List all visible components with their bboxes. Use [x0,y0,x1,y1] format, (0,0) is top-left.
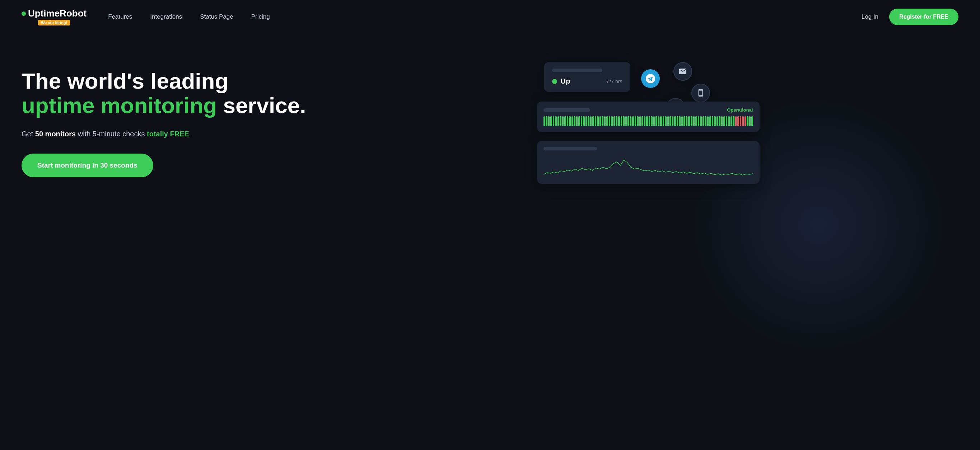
hero-headline: The world's leading uptime monitoring se… [22,69,537,118]
subtext-middle: with 5-minute checks [76,130,147,138]
uptime-bar-tick [623,116,625,126]
uptime-bar-tick [635,116,636,126]
hero-visuals: Up 527 hrs Operational [537,55,959,191]
uptime-bar-tick [700,116,702,126]
uptime-bar-tick [686,116,688,126]
uptime-bar-tick [698,116,700,126]
headline-line2: service. [223,93,306,118]
navbar: UptimeRobot We are hiring! Features Inte… [0,0,980,33]
sparkline-container [544,155,753,178]
hero-text-section: The world's leading uptime monitoring se… [22,69,537,177]
uptime-bar-tick [721,116,723,126]
uptime-bar-tick [578,116,580,126]
uptime-bar-tick [564,116,566,126]
uptime-bar-tick [665,116,667,126]
uptime-bar-tick [555,116,557,126]
uptime-bar-tick [544,116,545,126]
uptime-bar-tick [604,116,606,126]
login-link[interactable]: Log In [862,13,878,21]
uptime-bar-tick [625,116,627,126]
response-card [537,141,760,184]
nav-status-page[interactable]: Status Page [200,13,233,21]
uptime-bar-tick [658,116,660,126]
hero-subtext: Get 50 monitors with 5-minute checks tot… [22,129,537,139]
uptime-bar-tick [672,116,674,126]
uptime-bar-tick [606,116,608,126]
logo-area[interactable]: UptimeRobot We are hiring! [22,8,86,25]
uptime-bar-tick [571,116,573,126]
uptime-bar-tick [730,116,732,126]
uptime-bar-tick [747,116,748,126]
uptime-bar-tick [560,116,562,126]
nav-pricing[interactable]: Pricing [251,13,270,21]
uptime-bar-tick [728,116,730,126]
uptime-bar-tick [677,116,678,126]
sparkline-svg [544,155,753,178]
headline-line1: The world's leading [22,68,228,93]
subtext-suffix: . [189,130,191,138]
uptime-bar-tick [595,116,597,126]
uptime-bar-tick [695,116,697,126]
subtext-prefix: Get [22,130,35,138]
uptime-bar-tick [600,116,601,126]
uptime-bar-tick [719,116,721,126]
uptime-bar-tick [614,116,615,126]
uptime-bar-tick [644,116,646,126]
hiring-badge[interactable]: We are hiring! [38,20,70,25]
monitor-card-title-bar [552,68,602,72]
uptime-bar-tick [649,116,651,126]
uptime-bar-tick [548,116,550,126]
uptime-bar-tick [546,116,547,126]
uptime-bar-tick [569,116,571,126]
uptime-bar-tick [585,116,587,126]
uptime-bar-tick [616,116,617,126]
uptime-bar-tick [590,116,592,126]
uptime-bar-tick [576,116,578,126]
main-content: The world's leading uptime monitoring se… [0,33,980,213]
uptime-bar-tick [553,116,555,126]
email-icon [673,62,692,81]
uptime-bar-tick [646,116,648,126]
operational-label: Operational [727,107,753,113]
cta-button[interactable]: Start monitoring in 30 seconds [22,154,153,177]
telegram-icon [641,69,660,88]
uptime-bar-tick [620,116,622,126]
uptime-bar-tick [667,116,669,126]
uptime-bar-tick [574,116,576,126]
headline-green: uptime monitoring [22,93,217,118]
uptime-bar-tick [684,116,685,126]
uptime-bar-card: Operational [537,102,760,132]
uptime-bar-tick [740,116,741,126]
uptime-bar-tick [640,116,641,126]
uptime-bar-tick [716,116,718,126]
nav-features[interactable]: Features [108,13,132,21]
logo[interactable]: UptimeRobot [22,8,86,19]
status-dot [552,79,557,84]
uptime-bar-tick [693,116,695,126]
uptime-bar-tick [581,116,582,126]
uptime-bar-tick [733,116,735,126]
uptime-bar-tick [597,116,599,126]
uptime-bar-tick [653,116,655,126]
uptime-bar-tick [583,116,585,126]
logo-text: UptimeRobot [28,8,86,19]
uptime-bar-tick [690,116,692,126]
uptime-bar-tick [632,116,634,126]
uptime-bar-tick [630,116,632,126]
uptime-bar-tick [712,116,714,126]
uptime-bar-tick [655,116,657,126]
uptime-bar-title-bar [544,108,590,112]
uptime-bar-tick [745,116,746,126]
subtext-free: totally FREE [147,130,189,138]
uptime-bar-tick [681,116,683,126]
uptime-bar-tick [742,116,744,126]
uptime-bar-tick [627,116,629,126]
uptime-bar-tick [663,116,665,126]
register-button[interactable]: Register for FREE [889,9,958,25]
uptime-bar-tick [550,116,552,126]
nav-integrations[interactable]: Integrations [150,13,182,21]
uptime-bar-tick [557,116,559,126]
uptime-bars-row [544,116,753,126]
response-card-title-bar [544,147,597,150]
uptime-bar-tick [562,116,564,126]
